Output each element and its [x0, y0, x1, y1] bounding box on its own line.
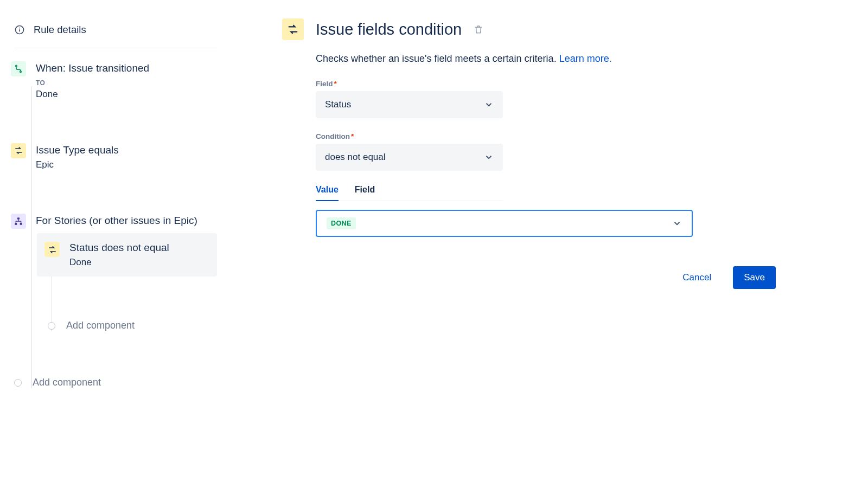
condition-label: Condition*: [316, 132, 781, 140]
delete-icon[interactable]: [474, 24, 483, 34]
condition-select[interactable]: does not equal: [316, 144, 503, 171]
add-dot-icon: [48, 322, 55, 330]
tab-value[interactable]: Value: [316, 185, 339, 201]
add-component-outer-label: Add component: [33, 377, 101, 388]
branch-children: Status does not equal Done Add component: [37, 233, 217, 331]
value-lozenge: DONE: [327, 217, 356, 229]
panel-header-icon: [282, 18, 304, 40]
svg-point-3: [16, 65, 17, 67]
nested-condition-title: Status does not equal: [69, 242, 169, 254]
svg-rect-6: [15, 223, 17, 225]
compare-tabs: Value Field: [316, 185, 503, 201]
field-select-value: Status: [325, 99, 351, 110]
panel-title: Issue fields condition: [316, 21, 462, 38]
condition-form: Field* Status Condition* does not equal …: [316, 80, 781, 289]
nested-condition-icon: [44, 242, 60, 257]
branch-title: For Stories (or other issues in Epic): [36, 214, 197, 228]
nested-condition-step[interactable]: Status does not equal Done: [37, 233, 217, 277]
trigger-sub: Done: [36, 89, 149, 100]
add-component-outer[interactable]: Add component: [14, 377, 217, 388]
timeline-line: [31, 86, 32, 388]
rule-timeline: When: Issue transitioned TO Done Issue T…: [11, 61, 217, 388]
panel-description: Checks whether an issue's field meets a …: [316, 53, 781, 65]
svg-rect-5: [17, 218, 20, 220]
chevron-down-icon: [484, 152, 494, 162]
branch-step[interactable]: For Stories (or other issues in Epic): [11, 214, 217, 229]
field-select[interactable]: Status: [316, 91, 503, 118]
trigger-step[interactable]: When: Issue transitioned TO Done: [11, 61, 217, 100]
trigger-icon: [11, 61, 26, 76]
learn-more-link[interactable]: Learn more.: [559, 53, 612, 64]
main-panel: Issue fields condition Checks whether an…: [228, 0, 868, 488]
svg-rect-7: [20, 223, 22, 225]
svg-point-2: [19, 28, 20, 29]
add-component-inner-label: Add component: [66, 320, 135, 331]
value-select[interactable]: DONE: [316, 210, 693, 237]
cancel-button[interactable]: Cancel: [672, 266, 722, 289]
branch-icon: [11, 214, 26, 229]
panel-header: Issue fields condition: [282, 18, 781, 40]
condition-title: Issue Type equals: [36, 143, 119, 158]
condition-icon: [11, 143, 26, 158]
condition-sub: Epic: [36, 159, 119, 170]
form-actions: Cancel Save: [316, 266, 781, 289]
condition-step[interactable]: Issue Type equals Epic: [11, 143, 217, 171]
chevron-down-icon: [672, 219, 682, 228]
trigger-tag: TO: [36, 79, 149, 87]
rule-details-header[interactable]: Rule details: [14, 24, 217, 48]
save-button[interactable]: Save: [733, 266, 776, 289]
chevron-down-icon: [484, 100, 494, 110]
trigger-title: When: Issue transitioned: [36, 61, 149, 76]
required-indicator: *: [351, 132, 354, 140]
rule-details-title: Rule details: [34, 24, 86, 36]
sidebar: Rule details When: Issue transitioned TO…: [0, 0, 228, 488]
field-label: Field*: [316, 80, 781, 88]
required-indicator: *: [334, 80, 337, 88]
tab-field[interactable]: Field: [355, 185, 375, 201]
svg-point-4: [20, 71, 22, 73]
add-component-inner[interactable]: Add component: [48, 320, 217, 331]
condition-select-value: does not equal: [325, 152, 386, 163]
info-icon: [14, 24, 25, 35]
add-dot-icon: [14, 379, 22, 387]
nested-condition-sub: Done: [69, 257, 169, 268]
